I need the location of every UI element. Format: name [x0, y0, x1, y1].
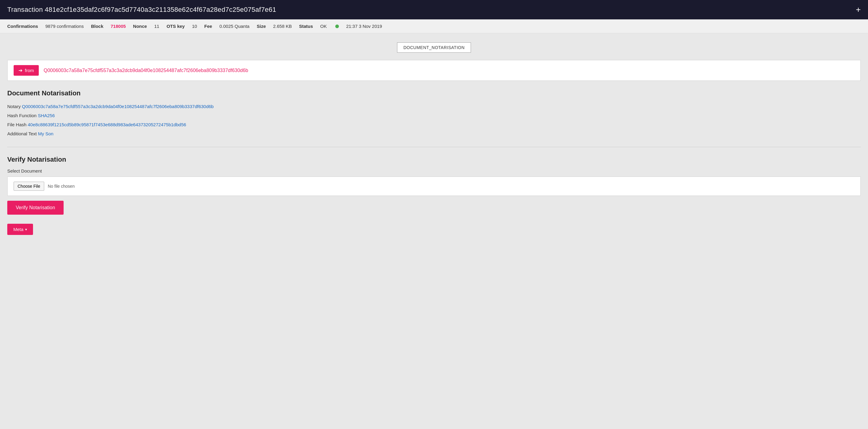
file-hash-label: File Hash [7, 122, 26, 127]
section-divider [7, 147, 861, 147]
block-label: Block [91, 24, 103, 29]
select-document-label: Select Document [7, 168, 861, 173]
from-card: ➔ from Q0006003c7a58a7e75cfdf557a3c3a2dc… [7, 60, 861, 81]
notary-label: Notary [7, 104, 21, 109]
nonce-value: 11 [154, 24, 159, 29]
confirmations-label: Confirmations [7, 24, 38, 29]
ots-value: 10 [192, 24, 197, 29]
hash-function-label: Hash Function [7, 113, 37, 118]
verify-notarisation-section: Verify Notarisation Select Document Choo… [7, 156, 861, 214]
fee-value: 0.0025 Quanta [219, 24, 249, 29]
from-label: from [25, 68, 34, 73]
block-value[interactable]: 718005 [111, 24, 126, 29]
document-notarisation-title: Document Notarisation [7, 89, 861, 97]
arrow-right-icon: ➔ [19, 67, 23, 73]
status-indicator [335, 25, 339, 28]
fee-label: Fee [205, 24, 212, 29]
additional-text-row: Additional Text My Son [7, 129, 861, 138]
file-hash-value[interactable]: 40e8c88639f1215cd5b89c95871f7453e688d983… [28, 122, 186, 127]
additional-text-label: Additional Text [7, 131, 37, 136]
from-address[interactable]: Q0006003c7a58a7e75cfdf557a3c3a2dcb9da04f… [43, 68, 248, 73]
chevron-down-icon: ▾ [25, 227, 27, 232]
info-bar: Confirmations 9879 confirmations Block 7… [0, 20, 868, 33]
hash-function-row: Hash Function SHA256 [7, 111, 861, 120]
verify-notarisation-button[interactable]: Verify Notarisation [7, 201, 64, 214]
page-title: Transaction 481e2cf1e35daf2c6f97ac5d7740… [7, 6, 276, 13]
main-content: DOCUMENT_NOTARISATION ➔ from Q0006003c7a… [0, 33, 868, 244]
size-value: 2.658 KB [273, 24, 292, 29]
choose-file-button[interactable]: Choose File [13, 182, 44, 191]
ots-label: OTS key [166, 24, 185, 29]
timestamp: 21:37 3 Nov 2019 [346, 24, 382, 29]
header-bar: Transaction 481e2cf1e35daf2c6f97ac5d7740… [0, 0, 868, 20]
meta-label: Meta [13, 227, 23, 232]
status-label: Status [299, 24, 313, 29]
additional-text-value[interactable]: My Son [38, 131, 53, 136]
no-file-text: No file chosen [48, 184, 75, 189]
meta-button[interactable]: Meta ▾ [7, 224, 33, 235]
verify-notarisation-title: Verify Notarisation [7, 156, 861, 164]
hash-function-value[interactable]: SHA256 [38, 113, 55, 118]
confirmations-value: 9879 confirmations [45, 24, 84, 29]
document-notarisation-section: Document Notarisation Notary Q0006003c7a… [7, 89, 861, 138]
notary-value[interactable]: Q0006003c7a58a7e75cfdf557a3c3a2dcb9da04f… [22, 104, 214, 109]
status-value: OK [320, 24, 327, 29]
file-input-container: Choose File No file chosen [7, 176, 861, 196]
type-badge-container: DOCUMENT_NOTARISATION [7, 42, 861, 53]
add-button[interactable]: + [856, 5, 861, 14]
file-hash-row: File Hash 40e8c88639f1215cd5b89c95871f74… [7, 120, 861, 129]
size-label: Size [257, 24, 266, 29]
notarisation-details: Notary Q0006003c7a58a7e75cfdf557a3c3a2dc… [7, 102, 861, 138]
from-badge: ➔ from [13, 65, 39, 76]
notary-row: Notary Q0006003c7a58a7e75cfdf557a3c3a2dc… [7, 102, 861, 111]
nonce-label: Nonce [133, 24, 147, 29]
transaction-type-badge: DOCUMENT_NOTARISATION [397, 42, 471, 53]
